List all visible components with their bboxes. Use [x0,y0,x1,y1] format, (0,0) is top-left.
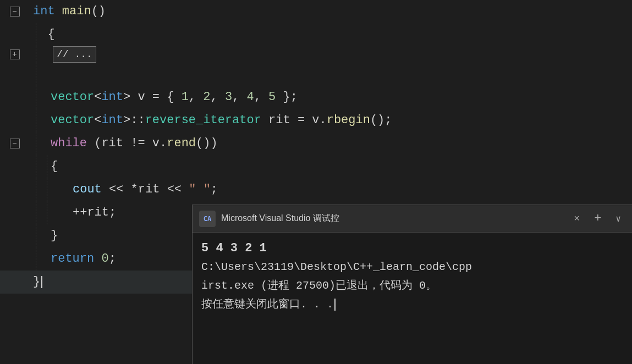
while-cond: (rit != v. [87,132,167,155]
terminal-body: 5 4 3 2 1 C:\Users\23119\Desktop\C++_lea… [193,233,632,364]
gutter-plus-fold[interactable]: + [0,49,30,59]
int-type: int [101,86,123,109]
terminal-titlebar: CA Microsoft Visual Studio 调试控 × + ∨ [193,205,632,233]
terminal-line-1: 5 4 3 2 1 [201,239,623,258]
comma2: , [210,86,224,109]
semi2: ; [211,178,218,201]
comma3: , [232,86,246,109]
code-line-vector2: vector<int>::reverse_iterator rit = v.rb… [0,109,632,132]
int-type2: int [101,109,123,132]
cout-call: cout [73,178,102,201]
angle-close2: >:: [123,109,145,132]
while-brace-close: } [51,224,58,247]
angle-open: < [94,86,101,109]
num-2: 2 [203,86,210,109]
code-line-brace-open: { [0,23,632,46]
func-main: main [62,0,91,23]
terminal-icon-text: CA [204,215,211,223]
num-4: 4 [246,86,254,109]
rend-call: rend [167,132,196,155]
terminal-title-text: Microsoft Visual Studio 调试控 [221,213,564,224]
terminal-output: 5 4 3 2 1 C:\Users\23119\Desktop\C++_lea… [201,239,623,314]
num-1: 1 [182,86,189,109]
cout-op: << *rit << [102,178,189,201]
comma4: , [254,86,268,109]
rit-decl: rit = v. [261,109,327,132]
string-space: " " [189,178,211,201]
code-line-cout: cout << *rit << " "; [0,178,632,201]
terminal-line-3: irst.exe (进程 27500)已退出，代码为 0。 [201,277,623,295]
terminal-cursor [334,299,336,311]
angle2: < [94,109,101,132]
code-line-empty [0,63,632,86]
while-brace-open: { [51,155,58,178]
editor-area: − int main() { + // ... vector<int> v = [0,0,632,364]
while-keyword: while [51,132,87,155]
space-return [94,247,101,271]
terminal-line-2: C:\Users\23119\Desktop\C++_learn_code\cp… [201,258,623,277]
parens-main: () [91,0,106,23]
fold-plus-icon[interactable]: + [10,49,20,59]
code-line-vector1: vector<int> v = { 1, 2, 3, 4, 5 }; [0,86,632,109]
return-keyword: return [51,247,94,271]
comma1: , [189,86,203,109]
fold-minus-while-icon[interactable]: − [10,139,20,148]
zero: 0 [101,247,108,271]
angle-close-v: > v = { [123,86,182,109]
text-cursor [41,276,42,288]
terminal-close-button[interactable]: × [569,211,584,227]
keyword-int: int [33,0,62,23]
code-line-fold: + // ... [0,46,632,63]
code-line-while-brace: { [0,155,632,178]
vector-type2: vector [51,109,94,132]
vector-type: vector [51,86,94,109]
main-brace-close: } [33,271,40,294]
terminal-app-icon: CA [199,211,216,227]
terminal-add-button[interactable]: + [590,209,606,228]
terminal-window: CA Microsoft Visual Studio 调试控 × + ∨ 5 4… [192,205,632,364]
terminal-chevron-button[interactable]: ∨ [611,211,625,227]
fold-minus-icon[interactable]: − [10,7,20,16]
folded-comment-box[interactable]: // ... [53,46,96,63]
gutter-minus-while[interactable]: − [0,139,30,148]
while-close: ()) [196,132,218,155]
semi3: ; [109,247,116,271]
num-3: 3 [225,86,232,109]
code-line-main: − int main() [0,0,632,23]
reverse-iterator: reverse_iterator [145,109,261,132]
code-line-while: − while (rit != v.rend()) [0,132,632,155]
semi1: (); [370,109,392,132]
terminal-line-4: 按任意键关闭此窗口. . . [201,295,623,314]
brace-end-v: }; [276,86,298,109]
rbegin-call: rbegin [327,109,370,132]
rit-increment: ++rit; [73,201,116,224]
gutter-minus-main[interactable]: − [0,7,30,16]
num-5: 5 [268,86,276,109]
